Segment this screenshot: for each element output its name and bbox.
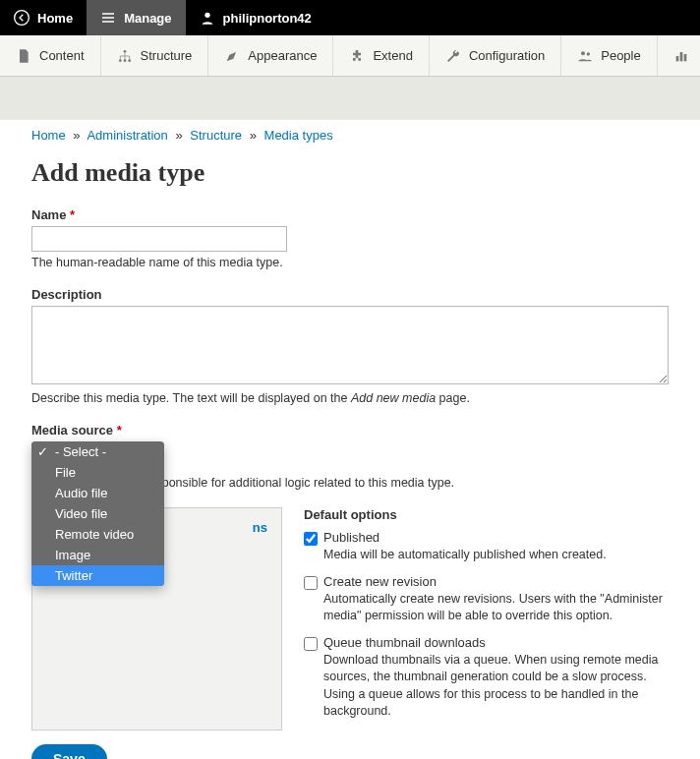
tab-label: Extend xyxy=(373,48,412,63)
check-row-revision: Create new revisionAutomatically create … xyxy=(304,574,669,625)
description-input[interactable] xyxy=(31,306,669,384)
detail-pane: Default options PublishedMedia will be a… xyxy=(282,507,669,730)
check-row-published: PublishedMedia will be automatically pub… xyxy=(304,530,669,564)
description-help: Describe this media type. The text will … xyxy=(31,391,669,405)
name-input[interactable] xyxy=(31,226,287,252)
breadcrumb-link[interactable]: Structure xyxy=(190,128,242,143)
breadcrumb-link[interactable]: Home xyxy=(31,128,66,143)
check-desc: Automatically create new revisions. User… xyxy=(323,591,669,625)
svg-rect-8 xyxy=(675,56,678,61)
configuration-icon xyxy=(445,48,461,64)
manage-label: Manage xyxy=(124,11,171,26)
tab-appearance[interactable]: Appearance xyxy=(208,35,333,76)
page-title: Add media type xyxy=(31,158,669,188)
tab-configuration[interactable]: Configuration xyxy=(430,35,561,76)
tab-content[interactable]: Content xyxy=(0,35,101,76)
select-option[interactable]: Video file xyxy=(31,503,164,524)
svg-point-3 xyxy=(119,59,122,62)
checkbox-revision[interactable] xyxy=(304,576,318,590)
select-option[interactable]: Image xyxy=(31,545,164,565)
save-button[interactable]: Save xyxy=(31,744,107,760)
svg-point-1 xyxy=(204,13,209,18)
user-icon xyxy=(200,10,215,26)
tab-people[interactable]: People xyxy=(561,35,657,76)
tab-label: Configuration xyxy=(469,48,545,63)
media-source-label: Media source * xyxy=(31,423,669,438)
svg-point-6 xyxy=(581,51,585,55)
structure-icon xyxy=(117,48,133,64)
select-option[interactable]: Twitter xyxy=(31,565,164,586)
home-label: Home xyxy=(37,11,73,26)
manage-link[interactable]: Manage xyxy=(87,0,185,35)
menu-icon xyxy=(100,10,116,26)
check-desc: Media will be automatically published wh… xyxy=(323,547,669,564)
required-star: * xyxy=(117,423,122,438)
svg-rect-9 xyxy=(679,52,682,61)
user-link[interactable]: philipnorton42 xyxy=(186,0,325,35)
description-label: Description xyxy=(31,287,669,302)
back-icon xyxy=(14,10,29,26)
tab-extend[interactable]: Extend xyxy=(333,35,429,76)
checkbox-published[interactable] xyxy=(304,532,318,546)
admin-tabs: Content Structure Appearance Extend Conf… xyxy=(0,35,700,77)
media-source-dropdown: - Select -FileAudio fileVideo fileRemote… xyxy=(31,441,164,586)
svg-point-7 xyxy=(587,52,590,55)
check-desc: Download thumbnails via a queue. When us… xyxy=(323,652,669,721)
username: philipnorton42 xyxy=(223,11,312,26)
checkbox-queue[interactable] xyxy=(304,637,318,651)
svg-point-0 xyxy=(15,11,29,26)
svg-point-5 xyxy=(128,59,131,62)
admin-topbar: Home Manage philipnorton42 xyxy=(0,0,700,35)
svg-point-2 xyxy=(123,50,126,53)
name-label: Name * xyxy=(31,207,669,222)
required-star: * xyxy=(70,207,75,222)
tab-reports[interactable] xyxy=(658,35,700,76)
select-option[interactable]: Remote video xyxy=(31,524,164,545)
check-label: Published xyxy=(323,530,669,545)
tab-structure[interactable]: Structure xyxy=(101,35,209,76)
check-row-queue: Queue thumbnail downloadsDownload thumbn… xyxy=(304,635,669,721)
appearance-icon xyxy=(224,48,240,64)
select-option[interactable]: File xyxy=(31,462,164,483)
header-spacer xyxy=(0,77,700,120)
tab-label: People xyxy=(601,48,640,63)
tab-label: Appearance xyxy=(248,48,317,63)
content-icon xyxy=(16,48,31,64)
check-label: Create new revision xyxy=(323,574,669,589)
default-options-legend: Default options xyxy=(304,507,397,522)
tab-label: Structure xyxy=(141,48,193,63)
extend-icon xyxy=(349,48,365,64)
home-link[interactable]: Home xyxy=(0,0,87,35)
breadcrumb-link[interactable]: Media types xyxy=(264,128,333,143)
select-option[interactable]: Audio file xyxy=(31,483,164,503)
breadcrumb-link[interactable]: Administration xyxy=(87,128,167,143)
select-option[interactable]: - Select - xyxy=(31,441,164,462)
breadcrumb: Home » Administration » Structure » Medi… xyxy=(31,120,669,150)
tab-label: Content xyxy=(39,48,85,63)
svg-rect-10 xyxy=(683,54,686,61)
reports-icon xyxy=(673,48,689,64)
check-label: Queue thumbnail downloads xyxy=(323,635,669,650)
people-icon xyxy=(577,48,593,64)
name-help: The human-readable name of this media ty… xyxy=(31,256,669,269)
